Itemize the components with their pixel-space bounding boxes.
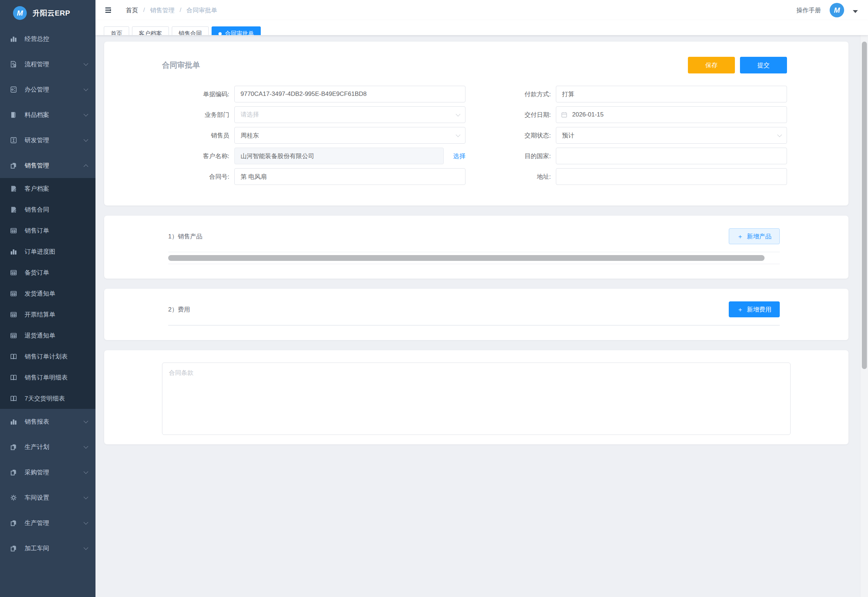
sidebar-item-19[interactable]: 采购管理	[0, 459, 95, 485]
sidebar-item-18[interactable]: 生产计划	[0, 434, 95, 459]
sidebar-item-12[interactable]: 开票结算单	[0, 304, 95, 325]
sidebar-item-20[interactable]: 车间设置	[0, 485, 95, 510]
add-fee-button[interactable]: ＋ 新增费用	[729, 301, 780, 317]
sidebar-item-1[interactable]: 流程管理	[0, 51, 95, 77]
products-section-title: 1）销售产品	[168, 232, 202, 241]
grid-icon	[9, 227, 17, 235]
sidebar-item-label: 料品档案	[25, 111, 77, 119]
app-root: M 升阳云ERP 经营总控流程管理办公管理料品档案研发管理销售管理客户档案销售合…	[0, 0, 868, 597]
sidebar-item-21[interactable]: 生产管理	[0, 510, 95, 536]
avatar[interactable]: M	[829, 3, 844, 17]
chevron-down-icon	[83, 419, 88, 423]
tab-1[interactable]: 客户档案	[132, 27, 169, 35]
chevron-down-icon	[83, 545, 88, 550]
sidebar-item-8[interactable]: 销售订单	[0, 220, 95, 241]
sidebar-item-label: 备货订单	[25, 269, 87, 277]
sidebar-item-15[interactable]: 销售订单明细表	[0, 367, 95, 388]
delivery-date-control	[556, 106, 787, 123]
topbar-right: 操作手册 M	[796, 3, 858, 17]
tab-2[interactable]: 销售合同	[172, 27, 209, 35]
copy-doc-icon	[9, 519, 17, 527]
form-column-right: 付款方式:交付日期:交期状态:目的国家:地址:	[484, 86, 787, 189]
collapse-sidebar-icon[interactable]	[103, 5, 114, 16]
form-row-delivery-date: 交付日期:	[484, 106, 787, 123]
sidebar-item-6[interactable]: 客户档案	[0, 178, 95, 199]
payment-method-input[interactable]	[556, 86, 787, 102]
destination-country-input[interactable]	[556, 148, 787, 164]
i-box-icon	[9, 136, 17, 144]
customer-name-select-link[interactable]: 选择	[453, 152, 465, 160]
sidebar-item-2[interactable]: 办公管理	[0, 77, 95, 102]
sidebar-item-7[interactable]: 销售合同	[0, 199, 95, 220]
tab-label: 首页	[111, 30, 122, 36]
sidebar-item-16[interactable]: 7天交货明细表	[0, 388, 95, 409]
salesperson-control	[234, 127, 465, 144]
bar-chart-icon	[9, 35, 17, 43]
sidebar-item-label: 销售订单明细表	[25, 373, 87, 382]
vertical-scrollbar-thumb[interactable]	[862, 42, 867, 369]
doc-code-input[interactable]	[234, 86, 465, 102]
copy-doc-icon	[9, 161, 17, 169]
breadcrumb-item-0[interactable]: 首页	[126, 6, 138, 15]
active-tab-dot	[218, 32, 222, 36]
doc-edit-icon	[9, 184, 17, 193]
chevron-down-icon	[83, 469, 88, 474]
sidebar-item-0[interactable]: 经营总控	[0, 26, 95, 51]
fees-section-title: 2）费用	[168, 305, 190, 314]
salesperson-input[interactable]	[234, 127, 465, 144]
sidebar-item-11[interactable]: 发货通知单	[0, 283, 95, 304]
sidebar-item-9[interactable]: 订单进度图	[0, 241, 95, 262]
open-book-icon	[9, 373, 17, 382]
sidebar-item-label: 采购管理	[25, 468, 77, 477]
open-book-icon	[9, 394, 17, 402]
sidebar-item-5[interactable]: 销售管理	[0, 153, 95, 178]
manual-link[interactable]: 操作手册	[796, 6, 821, 15]
delivery-status-input[interactable]	[556, 127, 787, 144]
grid-icon	[9, 269, 17, 276]
add-product-button[interactable]: ＋ 新增产品	[729, 228, 780, 244]
tab-0[interactable]: 首页	[104, 27, 129, 35]
sidebar-item-label: 车间设置	[25, 493, 77, 502]
fees-table-wrapper	[168, 325, 780, 326]
form-grid: 单据编码:业务部门销售员客户名称:选择合同号: 付款方式:交付日期:交期状态:目…	[162, 86, 787, 189]
chevron-down-icon[interactable]	[853, 10, 858, 13]
sidebar-item-10[interactable]: 备货订单	[0, 262, 95, 283]
form-row-delivery-status: 交期状态:	[484, 127, 787, 144]
sidebar-item-label: 经营总控	[25, 35, 87, 43]
sidebar-item-label: 加工车间	[25, 544, 77, 552]
plus-icon: ＋	[737, 305, 743, 314]
delivery-date-input[interactable]	[556, 106, 787, 123]
add-fee-label: 新增费用	[747, 305, 772, 314]
address-input[interactable]	[556, 168, 787, 185]
grid-icon	[9, 331, 17, 339]
save-button[interactable]: 保存	[688, 57, 735, 73]
products-card: 1）销售产品 ＋ 新增产品	[104, 215, 849, 279]
form-row-customer-name: 客户名称:选择	[162, 148, 465, 164]
tab-3[interactable]: 合同审批单	[212, 27, 261, 35]
contract-no-control	[234, 168, 465, 185]
payment-method-label: 付款方式:	[484, 90, 556, 98]
sidebar-item-3[interactable]: 料品档案	[0, 102, 95, 127]
business-dept-label: 业务部门	[162, 111, 234, 119]
sidebar-item-13[interactable]: 退货通知单	[0, 325, 95, 346]
chevron-down-icon	[83, 86, 88, 91]
sidebar-item-14[interactable]: 销售订单计划表	[0, 346, 95, 367]
customer-name-input[interactable]	[234, 148, 444, 164]
grid-icon	[9, 290, 17, 297]
sidebar-item-22[interactable]: 加工车间	[0, 536, 95, 561]
topbar: 首页/销售管理/合同审批单 操作手册 M	[95, 0, 868, 20]
sidebar-item-4[interactable]: 研发管理	[0, 127, 95, 153]
products-table-wrapper	[168, 252, 780, 252]
business-dept-input[interactable]	[234, 106, 465, 123]
delivery-status-control	[556, 127, 787, 144]
contract-no-input[interactable]	[234, 168, 465, 185]
delivery-date-label: 交付日期:	[484, 111, 556, 119]
contract-terms-textarea[interactable]	[162, 362, 791, 435]
sidebar-item-label: 销售订单计划表	[25, 352, 87, 361]
sidebar-item-17[interactable]: 销售报表	[0, 409, 95, 434]
content-scroll-area: 合同审批单 保存 提交 单据编码:业务部门销售员客户名称:选择合同号: 付款方式…	[95, 35, 868, 597]
copy-doc-icon	[9, 468, 17, 476]
horizontal-scrollbar-thumb[interactable]	[168, 255, 764, 261]
chevron-down-icon	[83, 495, 88, 499]
submit-button[interactable]: 提交	[740, 57, 787, 73]
